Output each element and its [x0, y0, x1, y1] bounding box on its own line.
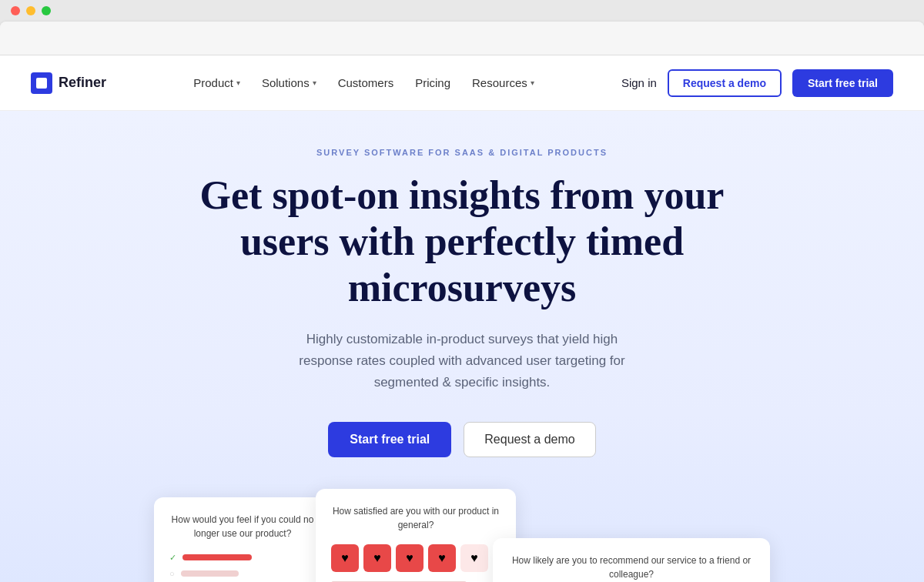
hero-title: Get spot-on insights from your users wit… — [169, 172, 755, 310]
window-chrome — [0, 0, 924, 22]
request-demo-hero-button[interactable]: Request a demo — [464, 422, 595, 457]
emoji-5[interactable]: ♥ — [460, 544, 488, 572]
card3-question: How likely are you to recommend our serv… — [508, 554, 755, 581]
option-row-2: ○ — [169, 569, 316, 578]
survey-card-emoji: How satisfied are you with our product i… — [316, 489, 516, 582]
resources-chevron-icon: ▾ — [531, 79, 534, 87]
hero-subtitle: Highly customizable in-product surveys t… — [285, 329, 639, 393]
check-icon: ✓ — [169, 553, 176, 563]
nav-actions: Sign in Request a demo Start free trial — [621, 69, 893, 97]
hero-section: SURVEY SOFTWARE FOR SAAS & DIGITAL PRODU… — [0, 111, 924, 582]
nav-pricing-label: Pricing — [415, 76, 450, 89]
card2-question: How satisfied are you with our product i… — [331, 504, 500, 532]
nav-product-label: Product — [193, 76, 233, 89]
bar-selected — [182, 554, 252, 560]
browser-toolbar — [0, 22, 924, 55]
browser-frame: Refiner Product ▾ Solutions ▾ — [0, 22, 924, 582]
nav-item-resources[interactable]: Resources ▾ — [472, 76, 534, 89]
emoji-row: ♥ ♥ ♥ ♥ ♥ — [331, 544, 500, 572]
emoji-2[interactable]: ♥ — [363, 544, 391, 572]
bar-medium — [181, 570, 239, 577]
survey-cards-preview: How would you feel if you could no longe… — [0, 497, 924, 582]
nav-item-product[interactable]: Product ▾ — [193, 76, 240, 89]
survey-card-nps: How likely are you to recommend our serv… — [493, 538, 770, 582]
nav-item-customers[interactable]: Customers — [338, 76, 394, 89]
emoji-1[interactable]: ♥ — [331, 544, 359, 572]
logo[interactable]: Refiner — [31, 72, 106, 94]
signin-button[interactable]: Sign in — [621, 76, 657, 89]
hero-eyebrow: SURVEY SOFTWARE FOR SAAS & DIGITAL PRODU… — [316, 148, 608, 157]
page-content: Refiner Product ▾ Solutions ▾ — [0, 55, 924, 582]
minimize-button[interactable] — [26, 6, 35, 15]
product-chevron-icon: ▾ — [236, 79, 240, 87]
nav-resources-label: Resources — [472, 76, 527, 89]
survey-card-pmf: How would you feel if you could no longe… — [154, 497, 331, 582]
hero-buttons: Start free trial Request a demo — [328, 422, 595, 457]
logo-icon-inner — [36, 78, 47, 89]
maximize-button[interactable] — [42, 6, 51, 15]
nav-item-pricing[interactable]: Pricing — [415, 76, 450, 89]
request-demo-nav-button[interactable]: Request a demo — [668, 69, 782, 97]
start-trial-nav-button[interactable]: Start free trial — [792, 69, 893, 97]
option-row-1: ✓ — [169, 553, 316, 563]
emoji-4[interactable]: ♥ — [428, 544, 456, 572]
nav-links: Product ▾ Solutions ▾ Customers — [193, 76, 534, 89]
nav-item-solutions[interactable]: Solutions ▾ — [262, 76, 316, 89]
emoji-3[interactable]: ♥ — [396, 544, 424, 572]
card1-question: How would you feel if you could no longe… — [169, 513, 316, 540]
uncheck-icon: ○ — [169, 569, 175, 578]
navbar: Refiner Product ▾ Solutions ▾ — [0, 55, 924, 111]
solutions-chevron-icon: ▾ — [313, 79, 316, 87]
logo-text: Refiner — [59, 75, 106, 91]
nav-solutions-label: Solutions — [262, 76, 310, 89]
close-button[interactable] — [11, 6, 20, 15]
logo-icon — [31, 72, 52, 94]
start-trial-hero-button[interactable]: Start free trial — [328, 422, 451, 457]
nav-customers-label: Customers — [338, 76, 394, 89]
